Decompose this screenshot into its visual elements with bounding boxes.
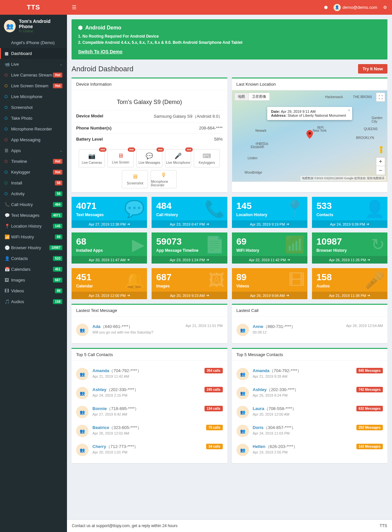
avatar-icon: 👥 <box>237 444 249 456</box>
sidebar-item-app[interactable]: Activity59 <box>0 188 67 199</box>
list-item[interactable]: 👥Bonnie（718-895-****）Apr 27, 2019 8:42 A… <box>76 403 223 421</box>
battery-level: 58% <box>214 137 222 142</box>
stat-wifi-history[interactable]: 69WiFi History📶Apr 22, 2019 11:42 PM ➜ <box>232 232 307 264</box>
sidebar-item-app[interactable]: TimelineHot <box>0 156 67 167</box>
action-keyloggers[interactable]: ⌨Keyloggers <box>194 149 220 167</box>
list-item[interactable]: 👥Laura（708-558-****）Apr 20, 2019 12:00 A… <box>237 403 383 421</box>
try-it-now-button[interactable]: Try It Now <box>358 64 387 74</box>
sidebar-item-wifi-hisotry[interactable]: 📶WiFi Hisotry69 <box>0 232 67 242</box>
action-live-screen[interactable]: Hot🖥Live Screen <box>107 149 134 167</box>
contact-time: Apr 24, 2019 2:15 PM <box>92 393 201 397</box>
stat-footer[interactable]: Apr 21, 2019 11:38 PM ➜ <box>312 292 387 299</box>
sidebar-item-live[interactable]: Live Screen StreamHot <box>0 80 67 91</box>
list-item[interactable]: 👥Amanda（704-792-****）Apr 21, 2019 11:42 … <box>76 365 223 384</box>
sidebar-item-demo-device[interactable]: Angel's iPhone (Demo) <box>0 37 67 48</box>
list-item[interactable]: 👥Ashley（202-330-****）Apr 24, 2019 2:15 P… <box>76 384 223 403</box>
list-item[interactable]: 👥Cherry（712-773-****）Apr 20, 2019 1:01 P… <box>76 440 223 459</box>
stat-footer[interactable]: Apr 23, 2019 12:00 PM ➜ <box>72 292 147 299</box>
circle-icon <box>5 160 11 163</box>
stat-icon: 🔔 <box>124 271 144 290</box>
sidebar-item-live[interactable]: Take Photo <box>0 113 67 124</box>
sidebar-item-live[interactable]: App Messaging <box>0 134 67 145</box>
user-menu[interactable]: 👤 demo@demo.com <box>334 4 377 11</box>
map-tab-map[interactable]: 地图 <box>235 93 249 100</box>
stat-audios[interactable]: 158Audios🎤Apr 21, 2019 11:38 PM ➜ <box>312 268 387 299</box>
list-item[interactable]: 👥Ashley（202-330-****）Apr 25, 2019 8:24 P… <box>237 384 383 403</box>
sidebar-item-call-hisotry[interactable]: 📞Call Hisotry484 <box>0 199 67 210</box>
stat-footer[interactable]: Apr 27, 2019 12:38 PM ➜ <box>72 220 147 228</box>
sidebar-item-dashboard[interactable]: ▦Dashboard <box>0 48 67 59</box>
sidebar-item-videos[interactable]: 🎞Videos89 <box>0 285 67 296</box>
sidebar-item-live[interactable]: Microphone Recorder <box>0 124 67 134</box>
action-live-messages[interactable]: Hot💬Live Messages <box>136 149 162 167</box>
map[interactable]: 地图 卫星图像 ⛶ × Date: Apr 29, 2019 9:11 AM A… <box>232 90 388 182</box>
device-info-panel: Device Information Tom's Galaxy S9 (Demo… <box>72 77 227 192</box>
stat-footer[interactable]: Apr 20, 2019 9:19 PM ➜ <box>232 220 307 228</box>
sidebar-item-live[interactable]: Screenshot <box>0 102 67 113</box>
sidebar-item-live[interactable]: Live Cameras StreamHot <box>0 70 67 80</box>
sidebar-item-app[interactable]: Install59 <box>0 178 67 188</box>
switch-demo-link[interactable]: Switch To iOS Demo <box>78 49 122 54</box>
contact-name: Laura <box>253 406 264 411</box>
sidebar-item-live[interactable]: Live Microphone <box>0 91 67 102</box>
stat-footer[interactable]: Apr 23, 2019 8:47 PM ➜ <box>152 220 227 228</box>
zoom-in-button[interactable]: + <box>376 158 385 166</box>
action-microphone-recorder[interactable]: 🎙Microphone Recorder <box>151 170 177 188</box>
stat-footer[interactable]: Apr 26, 2019 9:04 AM ➜ <box>232 292 307 299</box>
stat-browser-history[interactable]: 10987Browser History↻Apr 26, 2019 11:26 … <box>312 232 387 264</box>
list-item[interactable]: 👥 Anne（860-731-****） 00:38:12 Apr 28, 20… <box>237 320 383 339</box>
avatar-icon: 👥 <box>237 425 249 437</box>
menu-toggle-icon[interactable]: ☰ <box>72 4 76 10</box>
sidebar-item-app[interactable]: KeyloggerHot <box>0 167 67 178</box>
map-type-control[interactable]: 地图 卫星图像 <box>234 93 270 101</box>
list-item[interactable]: 👥Beatrice（323-605-****）Apr 28, 2019 12:0… <box>76 421 223 440</box>
sidebar-item-calendars[interactable]: 📅Calendars451 <box>0 264 67 275</box>
stat-footer[interactable]: Apr 20, 2019 11:47 AM ➜ <box>72 256 147 264</box>
stat-app-message-timeline[interactable]: 59073App Message Timeline📄Apr 23, 2019 1… <box>152 232 227 264</box>
list-item[interactable]: 👥Hellen（626-203-****）Apr 19, 2019 2:55 P… <box>237 440 383 459</box>
android-icon[interactable]: ⬢ <box>324 5 328 10</box>
contact-name: Amanda <box>92 368 109 373</box>
stat-footer[interactable]: Apr 20, 2019 9:23 AM ➜ <box>152 292 227 299</box>
action-live-cameras[interactable]: Hot📷Live Cameras <box>79 149 105 167</box>
sidebar-item-browser-hisotry[interactable]: 🕘Browser Hisotry10987 <box>0 242 67 253</box>
stat-location-history[interactable]: 145Location History📍Apr 20, 2019 9:19 PM… <box>232 197 307 228</box>
list-item[interactable]: 👥 Ada（840-661-****） Will you go out with… <box>76 320 223 339</box>
stat-footer[interactable]: Apr 24, 2019 9:39 PM ➜ <box>312 220 387 228</box>
list-item[interactable]: 👥Doris（304-857-****）Apr 24, 2019 11:03 P… <box>237 421 383 440</box>
sidebar-item-text-messages[interactable]: 💬Text Messages4071 <box>0 210 67 221</box>
action-live-microphone[interactable]: Hot🎤Live Microphone <box>165 149 191 167</box>
stat-calendar[interactable]: 451Calendar🔔Apr 23, 2019 12:00 PM ➜ <box>72 268 147 299</box>
close-icon[interactable]: × <box>348 108 350 112</box>
sidebar-section-live[interactable]: 📹Live⌄ <box>0 59 67 70</box>
circle-icon <box>5 138 11 141</box>
stat-contacts[interactable]: 533Contacts👤Apr 24, 2019 9:39 PM ➜ <box>312 197 387 228</box>
sidebar-item-contacts[interactable]: 👤Contacts533 <box>0 253 67 264</box>
settings-icon[interactable]: ⚙ <box>383 5 387 10</box>
sidebar-section-apps[interactable]: ☰Apps⌄ <box>0 145 67 156</box>
sidebar-item-audios[interactable]: 🎵Audios158 <box>0 296 67 307</box>
arrow-icon: ➜ <box>286 222 289 226</box>
zoom-out-button[interactable]: − <box>376 166 385 175</box>
action-screenshot[interactable]: 🖥Screenshot <box>122 170 148 188</box>
stat-footer[interactable]: Apr 22, 2019 11:42 PM ➜ <box>232 256 307 264</box>
sidebar-item-images[interactable]: 🖼Images687 <box>0 275 67 285</box>
page-title: Android Dashboard <box>72 65 358 73</box>
action-label: Live Cameras <box>82 161 102 164</box>
sidebar-item-location-history[interactable]: 📍Location History145 <box>0 221 67 232</box>
stat-call-history[interactable]: 484Call History📞Apr 23, 2019 8:47 PM ➜ <box>152 197 227 228</box>
arrow-icon: ➜ <box>206 293 209 298</box>
fullscreen-icon[interactable]: ⛶ <box>376 93 385 102</box>
stat-footer[interactable]: Apr 23, 2019 1:24 PM ➜ <box>152 256 227 264</box>
stat-installed-apps[interactable]: 68Installed Apps▶Apr 20, 2019 11:47 AM ➜ <box>72 232 147 264</box>
stat-videos[interactable]: 89Videos🎞Apr 26, 2019 9:04 AM ➜ <box>232 268 307 299</box>
map-tab-satellite[interactable]: 卫星图像 <box>249 93 270 100</box>
stat-footer[interactable]: Apr 26, 2019 11:26 PM ➜ <box>312 256 387 264</box>
pegman-icon[interactable] <box>377 146 385 155</box>
avatar-icon: 👥 <box>237 324 249 336</box>
stat-images[interactable]: 687Images🖼Apr 20, 2019 9:23 AM ➜ <box>152 268 227 299</box>
stat-text-messages[interactable]: 4071Text Messages💬Apr 27, 2019 12:38 PM … <box>72 197 147 228</box>
brand-logo[interactable]: TTS <box>0 0 67 15</box>
list-item[interactable]: 👥Amanda（704-792-****）Apr 21, 2019 9:28 A… <box>237 365 383 384</box>
user-email: demo@demo.com <box>343 5 377 10</box>
